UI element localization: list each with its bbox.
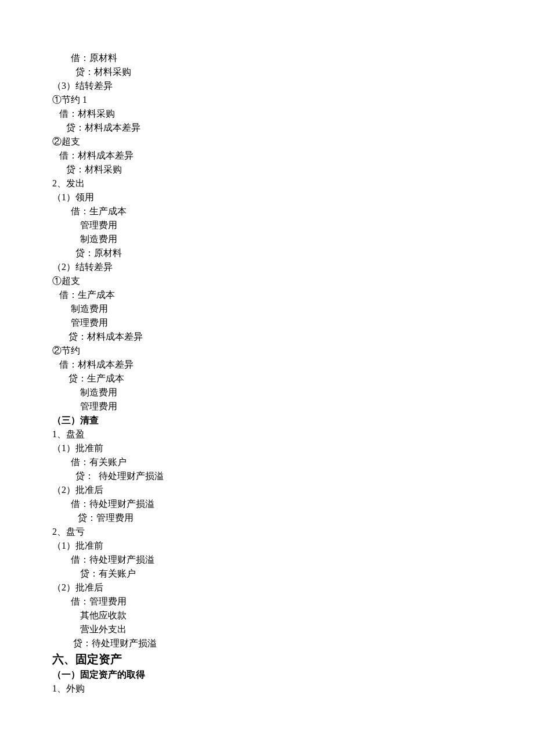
text-line: （1）批准前 <box>52 441 482 455</box>
text-line: 2、发出 <box>52 177 482 190</box>
text-line: 2、盘亏 <box>52 525 482 539</box>
text-line: 贷：材料采购 <box>52 65 482 79</box>
text-line: 其他应收款 <box>52 609 482 622</box>
text-line: 借：材料成本差异 <box>52 149 482 163</box>
text-line: 1、盘盈 <box>52 427 482 441</box>
text-line: 贷： 待处理财产损溢 <box>52 469 482 483</box>
text-line: 借：管理费用 <box>52 595 482 609</box>
text-line: 贷：材料采购 <box>52 163 482 177</box>
text-line: 借：生产成本 <box>52 204 482 218</box>
text-line: 管理费用 <box>52 399 482 413</box>
text-line: 贷：材料成本差异 <box>52 330 482 344</box>
text-line: 六、固定资产 <box>52 650 482 668</box>
text-line: ②超支 <box>52 135 482 149</box>
text-line: （2）批准后 <box>52 483 482 497</box>
text-line: 借：材料采购 <box>52 107 482 121</box>
text-line: （三）清查 <box>52 413 482 427</box>
text-line: 贷：材料成本差异 <box>52 121 482 135</box>
text-line: （2）批准后 <box>52 581 482 595</box>
text-line: 制造费用 <box>52 386 482 399</box>
text-line: 借：待处理财产损溢 <box>52 497 482 511</box>
text-line: 贷：原材料 <box>52 246 482 260</box>
text-line: 借：原材料 <box>52 51 482 65</box>
text-line: （1）领用 <box>52 190 482 204</box>
text-line: 借：待处理财产损溢 <box>52 553 482 567</box>
text-line: 贷：待处理财产损溢 <box>52 636 482 650</box>
text-line: 1、外购 <box>52 682 482 696</box>
text-line: （3）结转差异 <box>52 79 482 93</box>
text-line: 贷：有关账户 <box>52 567 482 581</box>
text-line: 管理费用 <box>52 316 482 330</box>
text-line: 制造费用 <box>52 232 482 246</box>
text-line: 营业外支出 <box>52 622 482 636</box>
text-line: （1）批准前 <box>52 539 482 553</box>
text-line: 贷：管理费用 <box>52 511 482 525</box>
text-line: （2）结转差异 <box>52 260 482 274</box>
text-line: ②节约 <box>52 344 482 358</box>
text-line: （一）固定资产的取得 <box>52 668 482 682</box>
text-line: 制造费用 <box>52 302 482 316</box>
text-line: ①超支 <box>52 274 482 288</box>
text-line: 贷：生产成本 <box>52 372 482 386</box>
text-line: 借：材料成本差异 <box>52 358 482 372</box>
document-page: 借：原材料 贷：材料采购（3）结转差异①节约 1 借：材料采购 贷：材料成本差异… <box>0 0 534 756</box>
text-line: ①节约 1 <box>52 93 482 107</box>
text-line: 借：生产成本 <box>52 288 482 302</box>
text-line: 管理费用 <box>52 218 482 232</box>
text-line: 借：有关账户 <box>52 455 482 469</box>
document-content: 借：原材料 贷：材料采购（3）结转差异①节约 1 借：材料采购 贷：材料成本差异… <box>52 51 482 696</box>
